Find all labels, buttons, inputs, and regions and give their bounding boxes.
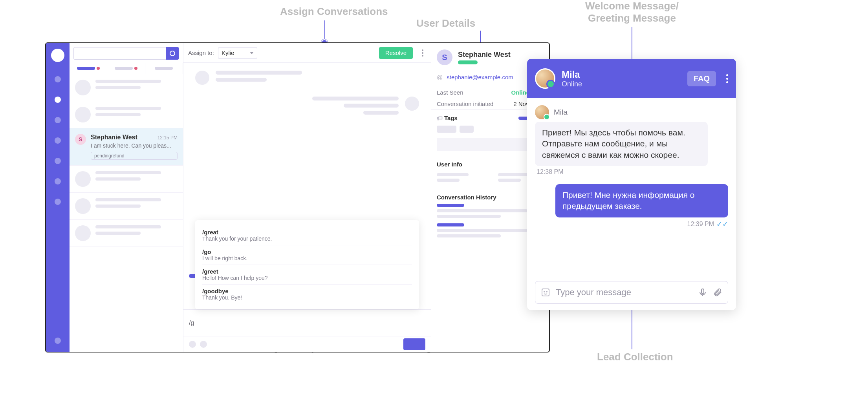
tag-icon: 🏷 <box>437 115 443 121</box>
conversation-item[interactable] <box>70 193 183 220</box>
conversation-item[interactable] <box>70 220 183 247</box>
callout-welcome: Welcome Message/ Greeting Message <box>585 0 679 24</box>
widget-body: Mila Привет! Мы здесь чтобы помочь вам. … <box>527 98 736 275</box>
chat-widget: Mila Online FAQ Mila Привет! Мы здесь чт… <box>527 59 736 310</box>
conversation-preview: I am stuck here. Can you pleas... <box>91 142 178 149</box>
emoji-icon[interactable] <box>200 341 207 348</box>
chat-body: /great Thank you for your patience. /go … <box>183 63 431 309</box>
nav-item[interactable] <box>55 117 61 123</box>
avatar-placeholder <box>75 225 91 241</box>
tag-chip[interactable] <box>437 126 456 133</box>
chevron-down-icon <box>250 52 254 54</box>
send-button[interactable] <box>403 338 425 350</box>
nav-rail <box>46 43 70 352</box>
conversation-tag: pendingrefund <box>91 152 178 160</box>
user-info-label: User Info <box>437 161 462 168</box>
agent-name: Mila <box>562 69 582 80</box>
widget-footer: Type your message <box>527 275 736 310</box>
avatar-placeholder <box>75 107 91 122</box>
attachment-icon[interactable] <box>189 341 196 348</box>
history-label: Conversation History <box>437 194 496 201</box>
emoji-icon[interactable] <box>541 288 550 297</box>
nav-item[interactable] <box>55 76 61 82</box>
conversation-item[interactable] <box>70 101 183 128</box>
more-menu-button[interactable] <box>419 49 426 57</box>
initiated-label: Conversation initiated <box>437 100 493 107</box>
tag-chip[interactable] <box>460 126 474 133</box>
conversation-item[interactable] <box>70 74 183 101</box>
quick-reply-command: /go <box>202 248 412 255</box>
nav-item[interactable] <box>55 199 61 205</box>
quick-reply-text: Thank you. Bye! <box>202 294 412 301</box>
faq-button[interactable]: FAQ <box>687 71 716 86</box>
quick-reply-item[interactable]: /goodbye Thank you. Bye! <box>202 285 412 304</box>
quick-reply-item[interactable]: /greet Hello! How can I help you? <box>202 265 412 285</box>
callout-lead: Lead Collection <box>597 351 673 363</box>
attach-icon[interactable] <box>713 288 722 297</box>
last-seen-label: Last Seen <box>437 89 463 96</box>
message-avatar <box>195 71 209 85</box>
contact-status <box>458 60 478 64</box>
nav-item[interactable] <box>55 178 61 184</box>
contact-email[interactable]: stephanie@example.com <box>447 74 513 80</box>
tab-all[interactable] <box>145 63 183 74</box>
contact-avatar: S <box>437 49 452 65</box>
widget-header: Mila Online FAQ <box>527 59 736 98</box>
pin-line <box>324 20 325 41</box>
assign-select[interactable]: Kylie <box>218 47 257 59</box>
conversation-name: Stephanie West <box>91 134 137 141</box>
widget-menu-button[interactable] <box>726 74 728 83</box>
resolve-button[interactable]: Resolve <box>379 47 413 59</box>
svg-rect-3 <box>701 289 704 294</box>
avatar-placeholder <box>75 80 91 95</box>
callout-assign: Assign Conversations <box>280 5 388 18</box>
assign-value: Kylie <box>222 49 234 56</box>
search-button[interactable] <box>166 47 179 60</box>
search-input[interactable] <box>73 47 166 60</box>
chat-composer: /g <box>183 309 431 336</box>
user-message: Привет! Мне нужна информация о предыдуще… <box>555 184 728 217</box>
svg-point-1 <box>544 291 545 292</box>
thread-agent-name: Mila <box>554 108 568 117</box>
composer-input[interactable]: /g <box>189 320 425 327</box>
message-time: 12:38 PM <box>535 168 563 175</box>
quick-reply-text: I will be right back. <box>202 255 412 261</box>
widget-input[interactable]: Type your message <box>535 281 728 304</box>
conversation-item[interactable] <box>70 166 183 193</box>
nav-item[interactable] <box>55 137 61 144</box>
message-avatar <box>405 97 419 111</box>
conversation-list-column: S Stephanie West 12:15 PM I am stuck her… <box>70 43 183 352</box>
read-receipt-icon: ✓✓ <box>716 220 728 228</box>
quick-reply-item[interactable]: /great Thank you for your patience. <box>202 226 412 245</box>
tags-label: Tags <box>444 115 458 121</box>
inbox-tabs <box>70 60 183 74</box>
input-placeholder: Type your message <box>556 287 692 298</box>
nav-item-active[interactable] <box>55 97 61 103</box>
avatar-placeholder <box>75 171 91 187</box>
conversation-time: 12:15 PM <box>157 135 178 141</box>
agent-avatar <box>535 68 555 89</box>
quick-reply-command: /goodbye <box>202 288 412 294</box>
avatar: S <box>75 134 86 145</box>
contact-name: Stephanie West <box>458 51 511 59</box>
quick-reply-item[interactable]: /go I will be right back. <box>202 245 412 265</box>
tab-mine[interactable] <box>70 63 107 74</box>
quick-reply-text: Thank you for your patience. <box>202 236 412 242</box>
chat-column: Assign to: Kylie Resolve <box>183 43 431 352</box>
mic-icon[interactable] <box>698 288 707 297</box>
agent-message: Привет! Мы здесь чтобы помочь вам. Отпра… <box>535 122 708 166</box>
callout-userdetails: User Details <box>416 17 475 29</box>
dashboard-window: S Stephanie West 12:15 PM I am stuck her… <box>45 42 550 352</box>
nav-item[interactable] <box>55 158 61 164</box>
conversation-item-active[interactable]: S Stephanie West 12:15 PM I am stuck her… <box>70 128 183 166</box>
nav-item[interactable] <box>55 338 61 344</box>
avatar-placeholder <box>75 198 91 214</box>
quick-reply-command: /greet <box>202 268 412 275</box>
app-logo[interactable] <box>51 49 64 62</box>
assign-label: Assign to: <box>188 49 214 56</box>
svg-point-2 <box>546 291 547 292</box>
tab-unassigned[interactable] <box>107 63 145 74</box>
search-icon <box>170 51 175 56</box>
message-time: 12:39 PM <box>687 221 714 228</box>
agent-status: Online <box>562 80 582 88</box>
